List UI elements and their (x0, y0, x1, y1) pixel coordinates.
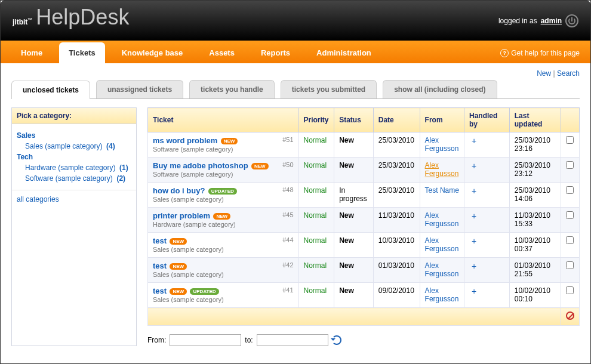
date-value: 01/03/2010 (373, 258, 420, 283)
date-value: 09/02/2010 (373, 283, 420, 308)
ticket-category: Sales (sample category) (153, 246, 224, 253)
help-link[interactable]: ? Get help for this page (500, 49, 580, 63)
tickets-table: Ticket Priority Status Date From Handled… (147, 107, 580, 326)
from-link[interactable]: Alex Fergusson (425, 161, 459, 178)
ticket-id: #48 (282, 186, 293, 193)
updated-value: 10/02/2010 00:10 (509, 283, 561, 308)
new-link[interactable]: New (537, 69, 551, 78)
help-label: Get help for this page (511, 49, 580, 57)
date-value: 25/03/2010 (373, 132, 420, 158)
ticket-link[interactable]: printer problem (153, 211, 210, 220)
col-checkbox (561, 108, 579, 132)
assign-button[interactable]: + (469, 286, 476, 296)
content: Pick a category: SalesSales (sample cate… (11, 107, 580, 346)
priority-value: Normal (304, 161, 327, 169)
nav-tab-knowledge-base[interactable]: Knowledge base (112, 42, 193, 63)
ticket-link[interactable]: test (153, 261, 167, 270)
subtab[interactable]: tickets you submitted (281, 80, 377, 98)
from-label: From: (147, 336, 166, 344)
assign-button[interactable]: + (469, 161, 476, 171)
new-badge: new (213, 213, 230, 220)
category[interactable]: Sales (17, 131, 131, 140)
all-categories[interactable]: all categories (17, 195, 131, 203)
new-badge: new (170, 238, 187, 245)
table-row: #51ms word problem newSoftware (sample c… (148, 132, 580, 158)
col-handled[interactable]: Handled by (464, 108, 510, 132)
to-label: to: (245, 336, 253, 344)
nav-tab-home[interactable]: Home (11, 42, 52, 63)
ticket-link[interactable]: test (153, 286, 167, 295)
app-title: HelpDesk (36, 5, 129, 30)
main-panel: Ticket Priority Status Date From Handled… (147, 107, 580, 346)
assign-button[interactable]: + (469, 211, 476, 221)
table-body: #51ms word problem newSoftware (sample c… (148, 132, 580, 308)
from-link[interactable]: Alex Fergusson (425, 211, 459, 228)
page-body: New | Search unclosed ticketsunassigned … (1, 63, 590, 357)
brand-text: jitbit™ (13, 17, 32, 37)
status-value: New (339, 286, 354, 295)
cancel-icon[interactable] (566, 311, 574, 320)
ticket-link[interactable]: test (153, 236, 167, 245)
table-footer (148, 308, 580, 326)
col-priority[interactable]: Priority (298, 108, 334, 132)
updated-value: 25/03/2010 23:12 (509, 158, 561, 183)
row-checkbox[interactable] (566, 236, 574, 244)
status-value: New (339, 236, 354, 245)
row-checkbox[interactable] (566, 161, 574, 169)
sidebar-heading: Pick a category: (12, 108, 136, 124)
ticket-id: #50 (282, 161, 293, 168)
updated-value: 25/03/2010 14:06 (509, 183, 561, 208)
app-header: jitbit™ HelpDesk logged in as admin (1, 1, 590, 41)
from-link[interactable]: Alex Fergusson (425, 261, 459, 278)
logout-icon[interactable] (565, 14, 578, 27)
row-checkbox[interactable] (566, 261, 574, 269)
to-input[interactable] (257, 334, 328, 346)
from-link[interactable]: Alex Fergusson (425, 236, 459, 253)
main-navbar: HomeTicketsKnowledge baseAssetsReportsAd… (1, 41, 590, 63)
nav-tab-administration[interactable]: Administration (307, 42, 381, 63)
from-input[interactable] (170, 334, 241, 346)
assign-button[interactable]: + (469, 186, 476, 196)
subcategory[interactable]: Sales (sample category) (4) (25, 142, 131, 150)
col-date[interactable]: Date (373, 108, 420, 132)
nav-tab-assets[interactable]: Assets (199, 42, 244, 63)
assign-button[interactable]: + (469, 236, 476, 246)
col-updated[interactable]: Last updated (509, 108, 561, 132)
col-status[interactable]: Status (334, 108, 374, 132)
logo: jitbit™ HelpDesk (13, 5, 129, 37)
col-ticket[interactable]: Ticket (148, 108, 299, 132)
subtab[interactable]: unclosed tickets (11, 81, 90, 99)
search-link[interactable]: Search (557, 69, 580, 78)
ticket-category: Sales (sample category) (153, 296, 224, 303)
assign-button[interactable]: + (469, 136, 476, 146)
subtab[interactable]: show all (including closed) (383, 80, 497, 98)
subcategory[interactable]: Hardware (sample category) (1) (25, 164, 131, 172)
assign-button[interactable]: + (469, 261, 476, 271)
col-from[interactable]: From (420, 108, 464, 132)
subcategory[interactable]: Software (sample category) (2) (25, 174, 131, 183)
from-link[interactable]: Alex Fergusson (425, 136, 459, 153)
ticket-link[interactable]: how do i buy? (153, 186, 205, 195)
ticket-id: #42 (282, 261, 293, 269)
refresh-icon[interactable] (332, 335, 341, 345)
subtab[interactable]: unassigned tickets (96, 80, 183, 98)
row-checkbox[interactable] (566, 186, 574, 194)
updated-value: 10/03/2010 00:37 (509, 233, 561, 258)
table-header-row: Ticket Priority Status Date From Handled… (148, 108, 580, 132)
from-link[interactable]: Test Name (425, 186, 459, 195)
ticket-link[interactable]: ms word problem (153, 136, 217, 145)
from-link[interactable]: Alex Fergusson (425, 286, 459, 303)
priority-value: Normal (304, 211, 327, 220)
table-row: #48how do i buy? updatedSales (sample ca… (148, 183, 580, 208)
category[interactable]: Tech (17, 153, 131, 161)
row-checkbox[interactable] (566, 286, 574, 294)
row-checkbox[interactable] (566, 211, 574, 219)
nav-tab-tickets[interactable]: Tickets (59, 42, 105, 63)
date-value: 11/03/2010 (373, 208, 420, 233)
table-row: #42test newSales (sample category)Normal… (148, 258, 580, 283)
ticket-link[interactable]: Buy me adobe photoshop (153, 161, 248, 170)
username-link[interactable]: admin (541, 17, 562, 25)
row-checkbox[interactable] (566, 136, 574, 144)
subtab[interactable]: tickets you handle (189, 80, 275, 98)
nav-tab-reports[interactable]: Reports (251, 42, 300, 63)
